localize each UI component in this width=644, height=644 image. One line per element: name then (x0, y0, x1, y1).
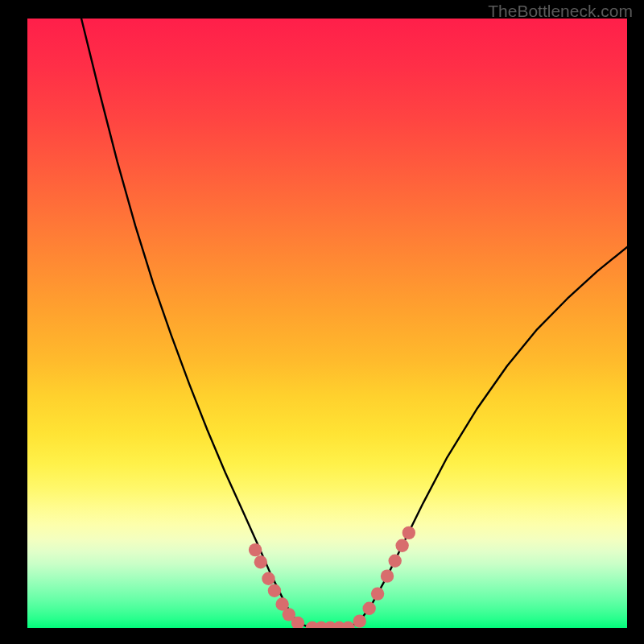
curve-group (81, 19, 627, 628)
data-marker (402, 526, 415, 539)
chart-frame: TheBottleneck.com (0, 0, 644, 644)
data-marker (362, 602, 375, 615)
marker-group (249, 526, 415, 628)
watermark-text: TheBottleneck.com (488, 2, 633, 21)
data-marker (249, 543, 262, 556)
bottleneck-curve (81, 19, 627, 628)
data-marker (254, 555, 267, 568)
data-marker (262, 572, 275, 584)
data-marker (341, 621, 354, 628)
plot-area (27, 19, 627, 628)
data-marker (268, 584, 281, 597)
bottleneck-curve-svg (27, 19, 627, 628)
data-marker (371, 587, 384, 600)
data-marker (388, 555, 401, 568)
data-marker (395, 539, 408, 552)
data-marker (381, 569, 394, 582)
data-marker (353, 614, 366, 627)
